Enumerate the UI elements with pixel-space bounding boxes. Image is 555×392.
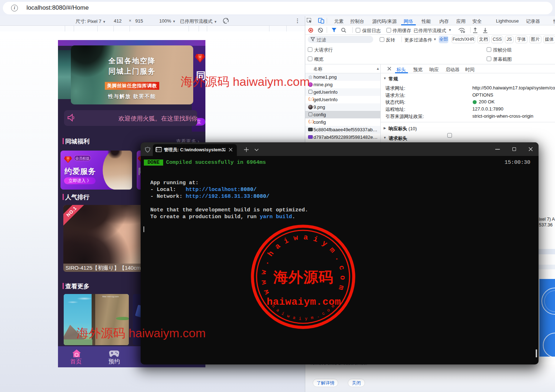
- svg-text:海外源码: 海外源码: [273, 269, 334, 285]
- svg-text:haiwaiym.com: haiwaiym.com: [267, 297, 341, 308]
- svg-text:V: V: [67, 157, 69, 160]
- svg-text:V: V: [199, 55, 201, 59]
